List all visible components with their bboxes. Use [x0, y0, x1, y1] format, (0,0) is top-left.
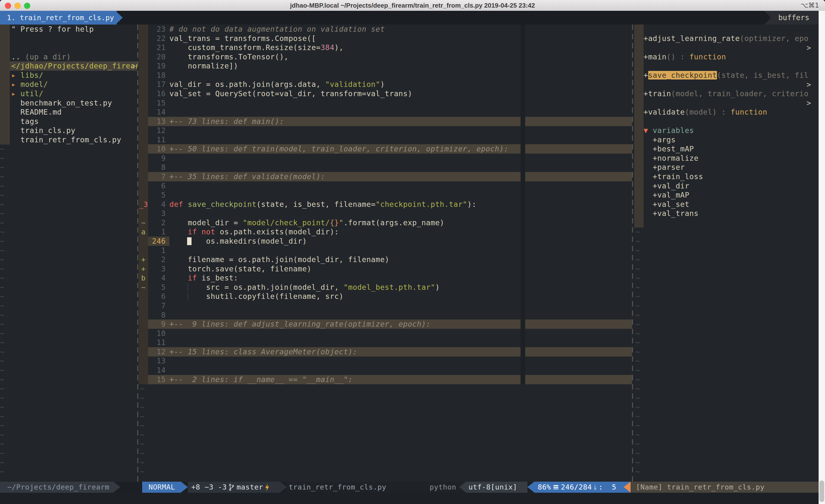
empty-line-tilde: ~ [0, 458, 137, 467]
code-line[interactable]: _34def save_checkpoint(state, is_best, f… [139, 200, 632, 209]
command-line[interactable] [0, 493, 825, 504]
powerline-arrow [459, 482, 466, 493]
text-segment [169, 274, 188, 282]
tag-item[interactable]: +args [633, 135, 819, 145]
text-segment: torch.save(state, filename) [169, 264, 312, 273]
scrollbar-track[interactable] [819, 11, 825, 504]
code-line[interactable]: 11 [139, 338, 632, 347]
tag-item[interactable]: +val_set [633, 200, 819, 209]
tree-item[interactable]: train_cls.py [0, 126, 137, 135]
tag-item[interactable]: +best_mAP [633, 144, 819, 154]
code-line[interactable]: 13 [139, 356, 632, 365]
tag-item[interactable]: +val_trans [633, 209, 819, 218]
code-line[interactable]: +3 torch.save(state, filename) [139, 264, 632, 274]
code-line[interactable]: 8 [139, 311, 632, 320]
text-segment: function [731, 108, 767, 116]
text-segment: +parser [644, 163, 685, 172]
text-segment: {} [330, 219, 339, 227]
tree-item[interactable]: .. (up a dir) [0, 52, 137, 62]
code-line[interactable]: 10+-- 50 lines: def train(model, train_l… [139, 144, 632, 154]
split-separator-left[interactable] [137, 24, 138, 482]
tag-item[interactable]: ▼ variables [633, 126, 819, 135]
code-line[interactable]: 20 transforms.ToTensor(), [139, 52, 632, 62]
buffers-label[interactable]: buffers [764, 11, 819, 24]
code-line[interactable]: 1 [139, 246, 632, 255]
code-line[interactable]: 17val_dir = os.path.join(args.data, "val… [139, 80, 632, 89]
code-line[interactable]: ~5 src = os.path.join(model_dir, "model_… [139, 283, 632, 292]
code-line[interactable]: 9 [139, 154, 632, 163]
code-line[interactable]: a1 if not os.path.exists(model_dir): [139, 227, 632, 237]
scrollbar-thumb[interactable] [819, 481, 824, 502]
code-text: normalize]) [169, 61, 238, 71]
tree-item[interactable]: README.md [0, 107, 137, 117]
code-line[interactable]: 9+-- 9 lines: def adjust_learning_rate(o… [139, 320, 632, 329]
tag-item[interactable]: +main() : function [633, 52, 819, 62]
cursor-block[interactable] [187, 237, 192, 245]
code-line[interactable]: 7 [139, 301, 632, 311]
tree-root[interactable]: ></jdhao/Projects/deep_firear [0, 61, 137, 71]
text-segment: +val_set [644, 200, 689, 208]
split-separator-right[interactable] [632, 24, 633, 482]
empty-line-tilde: ~ [635, 467, 819, 476]
line-number: 3 [148, 264, 166, 274]
tagbar-panel[interactable]: +adjust_learning_rate(optimizer, epo>+ma… [633, 24, 819, 482]
tag-item[interactable]: +adjust_learning_rate(optimizer, epo> [633, 34, 819, 43]
tree-item[interactable]: tags [0, 117, 137, 126]
text-segment: tags [11, 117, 39, 125]
code-line[interactable]: 14 [139, 107, 632, 117]
code-line[interactable]: 14 [139, 365, 632, 375]
code-line[interactable]: 21 custom_transform.Resize(size=384), [139, 43, 632, 52]
empty-line-tilde: ~ [635, 246, 819, 255]
text-segment: ) [435, 283, 440, 291]
code-line[interactable]: ~2 model_dir = "model/check_point/{}".fo… [139, 218, 632, 228]
code-line[interactable]: 16val_set = QuerySet(root=val_dir, trans… [139, 89, 632, 98]
empty-line-tilde: ~ [0, 448, 137, 458]
text-segment: function [689, 53, 726, 61]
code-line[interactable]: 15 [139, 98, 632, 108]
editor-panel[interactable]: 23# do not do data augmentation on valid… [139, 24, 632, 482]
code-line[interactable]: 6 shutil.copyfile(filename, src) [139, 292, 632, 301]
empty-line-tilde: ~ [0, 439, 137, 448]
text-segment: +-- 2 lines: if __name__ == "__main__": [169, 375, 353, 384]
code-line[interactable]: +2 filename = os.path.join(model_dir, fi… [139, 255, 632, 264]
tag-item[interactable]: +val_dir [633, 181, 819, 191]
tag-item[interactable]: +validate(model) : function [633, 107, 819, 117]
text-segment: shutil.copyfile(filename, src) [169, 292, 344, 301]
tree-item[interactable]: benchmark_on_test.py [0, 98, 137, 108]
code-line[interactable]: 12+-- 15 lines: class AverageMeter(objec… [139, 347, 632, 356]
tree-item[interactable]: ▸ libs/ [0, 71, 137, 80]
tree-item[interactable]: ▸ util/ [0, 89, 137, 98]
tab-active[interactable]: 1. train_retr_from_cls.py [0, 11, 117, 24]
tag-item[interactable]: +train_loss [633, 172, 819, 181]
code-line[interactable]: b4 if is_best: [139, 273, 632, 283]
tree-item[interactable]: ▸ model/ [0, 80, 137, 89]
code-line[interactable]: 13+-- 73 lines: def main(): [139, 117, 632, 126]
line-number: 2 [148, 255, 166, 264]
tree-item[interactable]: train_retr_from_cls.py [0, 135, 137, 145]
code-line[interactable]: 7+-- 35 lines: def validate(model): [139, 172, 632, 181]
code-line[interactable]: 22val_trans = transforms.Compose([ [139, 34, 632, 43]
code-line[interactable]: 6 [139, 181, 632, 191]
nerdtree-panel[interactable]: " Press ? for help.. (up a dir)></jdhao/… [0, 24, 137, 482]
code-line[interactable]: 5 [139, 190, 632, 200]
code-line[interactable]: 246 os.makedirs(model_dir) [139, 237, 632, 246]
code-line[interactable]: 15+-- 2 lines: if __name__ == "__main__"… [139, 375, 632, 384]
code-line[interactable]: 11 [139, 135, 632, 145]
code-line[interactable]: 19 normalize]) [139, 61, 632, 71]
code-line[interactable]: 3 [139, 209, 632, 218]
tag-item[interactable]: +train(model, train_loader, criterio> [633, 89, 819, 98]
code-line[interactable]: 12 [139, 126, 632, 135]
line-number: 9 [148, 320, 166, 329]
empty-line-tilde: ~ [0, 384, 137, 393]
code-line[interactable]: 18 [139, 71, 632, 80]
tag-item[interactable]: +save_checkpoint(state, is_best, fil> [633, 71, 819, 80]
tag-item[interactable]: +normalize [633, 154, 819, 163]
code-line[interactable]: 10 [139, 329, 632, 338]
empty-line-tilde: ~ [635, 338, 819, 347]
tag-item[interactable]: +parser [633, 163, 819, 172]
tag-item[interactable]: +val_mAP [633, 190, 819, 200]
tree-item[interactable]: " Press ? for help [0, 24, 137, 34]
empty-line-tilde: ~ [0, 292, 137, 301]
code-line[interactable]: 23# do not do data augmentation on valid… [139, 24, 632, 34]
code-line[interactable]: 8 [139, 163, 632, 172]
